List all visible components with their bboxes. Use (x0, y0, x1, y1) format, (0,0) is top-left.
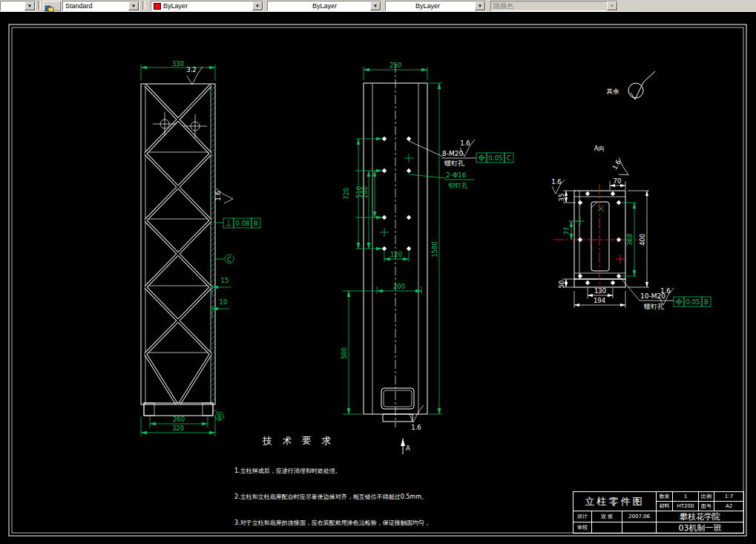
finish-3-2: 3.2 (186, 66, 197, 73)
front-view: 330 260 320 15 10 C B 0 (141, 60, 260, 437)
linetype-combo[interactable]: ByLayer ▼ (267, 1, 381, 11)
position-tolerance-icon (675, 298, 683, 306)
text-style-value: Standard (63, 2, 128, 10)
dim-330: 330 (172, 60, 184, 68)
dim-70: 70 (614, 177, 622, 185)
tech-line: 2.立柱和立柱底座配合时应尽量使边缘对齐，相互错位不得超过0.5mm。 (234, 493, 430, 502)
lattice-struts (145, 85, 211, 404)
roughness-check-icon: 1.6 (214, 189, 233, 203)
datum-c-label: C (227, 256, 231, 263)
plotstyle-combo: 随颜色 ▼ (490, 1, 618, 11)
tolerance-value: 0.08 (236, 220, 250, 227)
dim-130: 130 (594, 287, 606, 295)
finish-1-6: 1.6 (660, 287, 671, 295)
lineweight-value: ByLayer (386, 2, 475, 10)
dim-400: 400 (639, 234, 646, 246)
tech-line: 3.对于立柱和底座的连接面，应在装配前用涂色法检验，保证接触面均匀， (234, 519, 430, 528)
dim-260: 260 (173, 416, 185, 423)
tolerance-frame-position: 0.05 C (476, 153, 513, 163)
chevron-down-icon[interactable]: ▼ (128, 1, 139, 10)
drawing-title: 立柱零件图 (573, 491, 657, 511)
leader-2-phi16-sub: 销钉孔 (448, 182, 468, 189)
tech-title: 技 术 要 求 (263, 435, 335, 448)
bottom-slot (381, 388, 414, 409)
design-date: 2007.06 (622, 511, 657, 522)
qty-label: 数量 (656, 491, 673, 502)
surface-note-label: 其余 (607, 88, 620, 95)
linetype-value: ByLayer (268, 2, 370, 10)
color-combo[interactable]: ByLayer ▼ (151, 1, 263, 11)
datum-c: C (216, 255, 234, 263)
organization: 攀枝花学院 (656, 511, 744, 522)
roughness-circle-icon (628, 83, 643, 98)
red-color-swatch (154, 3, 161, 10)
chevron-down-icon[interactable]: ▼ (370, 1, 381, 10)
chevron-down-icon[interactable]: ▼ (252, 1, 263, 10)
scale-label: 比例 (698, 491, 714, 502)
check-name (591, 522, 622, 534)
title-block: 立柱零件图 数量 1 比例 1:7 材料 HT200 图号 A2 设计 宣 俊 … (573, 491, 744, 534)
tolerance-frame-position: 0.05 B (674, 297, 711, 307)
roughness-check-icon: 1.6 (610, 157, 634, 179)
side-view: 250 720 510 260 120 200 500 1580 8-M20 螺… (341, 62, 513, 454)
tolerance-datum: C (507, 154, 511, 162)
color-value: ByLayer (161, 2, 252, 10)
dim-194: 194 (594, 297, 605, 304)
finish-1-6: 1.6 (611, 158, 622, 171)
chamfer-mark (598, 206, 604, 212)
dim-320: 320 (172, 425, 184, 432)
dim-10: 10 (220, 298, 228, 306)
designer-name: 宣 俊 (591, 511, 622, 522)
layer-manager-icon[interactable] (43, 1, 61, 11)
a-view: A向 70 35 77 50 130 (551, 145, 711, 310)
perpendicularity-icon (226, 220, 231, 226)
properties-toolbar: ▼ Standard ▼ ByLayer ▼ ByLayer ▼ ByLayer… (0, 0, 756, 11)
chevron-down-icon: ▼ (607, 1, 617, 10)
flange-slot (591, 202, 609, 271)
default-roughness-note: 其余 (607, 71, 656, 99)
tapped-holes (382, 137, 411, 251)
check-label: 审核 (573, 522, 592, 534)
class-name: 03机制一班 (656, 522, 744, 534)
datum-b-label: B (217, 413, 222, 421)
sheet-label: 图号 (698, 501, 714, 511)
design-label: 设计 (573, 511, 592, 522)
pin-hole-marks (380, 154, 413, 237)
text-style-combo[interactable]: Standard ▼ (62, 1, 139, 11)
dim-50: 50 (558, 281, 565, 289)
tolerance-datum: B (254, 220, 258, 227)
leader-8-m20: 8-M20 (442, 150, 463, 157)
plotstyle-value: 随颜色 (491, 1, 607, 11)
finish-1-6: 1.6 (411, 424, 421, 431)
lineweight-combo[interactable]: ByLayer ▼ (385, 1, 486, 11)
dim-720: 720 (343, 188, 350, 200)
partial-combo[interactable]: ▼ (0, 1, 36, 11)
finish-1-6: 1.6 (551, 178, 562, 186)
leader-2-phi16: 2-Φ16 (446, 171, 467, 179)
dim-200: 200 (393, 283, 405, 290)
datum-b: B (213, 409, 224, 421)
tolerance-datum: B (704, 298, 709, 306)
chevron-down-icon[interactable]: ▼ (24, 1, 35, 10)
dim-1580: 1580 (431, 241, 438, 258)
dim-250: 250 (389, 62, 401, 69)
material-label: 材料 (656, 501, 673, 511)
toolbar-separator (38, 1, 41, 10)
dim-500: 500 (341, 347, 348, 359)
dim-308: 308 (626, 234, 634, 246)
chevron-down-icon[interactable]: ▼ (475, 1, 485, 10)
check-date (622, 522, 657, 534)
leader-8-m20-sub: 螺钉孔 (444, 160, 464, 167)
dim-15: 15 (221, 277, 229, 284)
dim-77: 77 (563, 227, 571, 235)
tech-lines: 1.立柱焊成后，应进行清理和时效处理。 2.立柱和立柱底座配合时应尽量使边缘对齐… (234, 450, 430, 544)
pin-hole-mark (616, 255, 625, 263)
dim-35: 35 (558, 194, 565, 202)
material-value: HT200 (672, 501, 699, 511)
tech-line: 1.立柱焊成后，应进行清理和时效处理。 (234, 467, 430, 476)
qty-value: 1 (672, 491, 699, 502)
view-title: A向 (594, 145, 605, 152)
sheet-value: A2 (714, 501, 744, 511)
dim-120: 120 (390, 251, 402, 258)
layers-icon (44, 5, 59, 13)
